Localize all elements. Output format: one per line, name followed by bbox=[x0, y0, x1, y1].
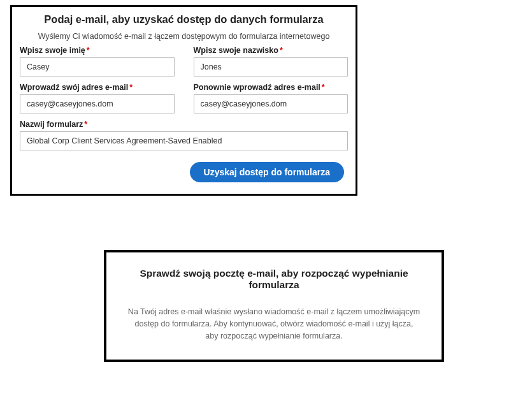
email-confirm-input[interactable] bbox=[194, 94, 349, 113]
email-input[interactable] bbox=[20, 94, 175, 113]
required-mark: * bbox=[322, 83, 325, 92]
row-email: Wprowadź swój adres e-mail* Ponownie wpr… bbox=[20, 83, 348, 113]
label-text: Ponownie wprowadź adres e-mail bbox=[194, 83, 320, 92]
label-text: Wpisz swoje imię bbox=[20, 46, 85, 55]
field-first-name: Wpisz swoje imię* bbox=[20, 46, 175, 76]
field-email: Wprowadź swój adres e-mail* bbox=[20, 83, 175, 113]
label-text: Wpisz swoje nazwisko bbox=[194, 46, 278, 55]
email-sent-panel: Sprawdź swoją pocztę e-mail, aby rozpocz… bbox=[104, 250, 444, 362]
first-name-input[interactable] bbox=[20, 57, 175, 76]
last-name-label: Wpisz swoje nazwisko* bbox=[194, 46, 349, 55]
required-mark: * bbox=[84, 120, 87, 129]
row-name: Wpisz swoje imię* Wpisz swoje nazwisko* bbox=[20, 46, 348, 76]
email-access-panel: Podaj e-mail, aby uzyskać dostęp do dany… bbox=[10, 5, 357, 196]
required-mark: * bbox=[129, 83, 133, 92]
last-name-input[interactable] bbox=[194, 57, 349, 76]
field-email-confirm: Ponownie wprowadź adres e-mail* bbox=[194, 83, 349, 113]
first-name-label: Wpisz swoje imię* bbox=[20, 46, 175, 55]
confirmation-title: Sprawdź swoją pocztę e-mail, aby rozpocz… bbox=[119, 268, 429, 291]
row-form-name: Nazwij formularz* bbox=[20, 120, 348, 150]
label-text: Nazwij formularz bbox=[20, 120, 83, 129]
email-confirm-label: Ponownie wprowadź adres e-mail* bbox=[194, 83, 349, 92]
required-mark: * bbox=[87, 46, 90, 55]
email-label: Wprowadź swój adres e-mail* bbox=[20, 83, 175, 92]
required-mark: * bbox=[280, 46, 283, 55]
panel-title: Podaj e-mail, aby uzyskać dostęp do dany… bbox=[20, 13, 348, 25]
label-text: Wprowadź swój adres e-mail bbox=[20, 83, 128, 92]
confirmation-body: Na Twój adres e-mail właśnie wysłano wia… bbox=[127, 306, 421, 342]
form-name-input[interactable] bbox=[20, 131, 348, 150]
form-name-label: Nazwij formularz* bbox=[20, 120, 348, 129]
field-last-name: Wpisz swoje nazwisko* bbox=[194, 46, 349, 76]
panel-subtitle: Wyślemy Ci wiadomość e-mail z łączem dos… bbox=[20, 32, 348, 41]
submit-button[interactable]: Uzyskaj dostęp do formularza bbox=[190, 162, 344, 182]
submit-row: Uzyskaj dostęp do formularza bbox=[20, 162, 348, 182]
field-form-name: Nazwij formularz* bbox=[20, 120, 348, 150]
